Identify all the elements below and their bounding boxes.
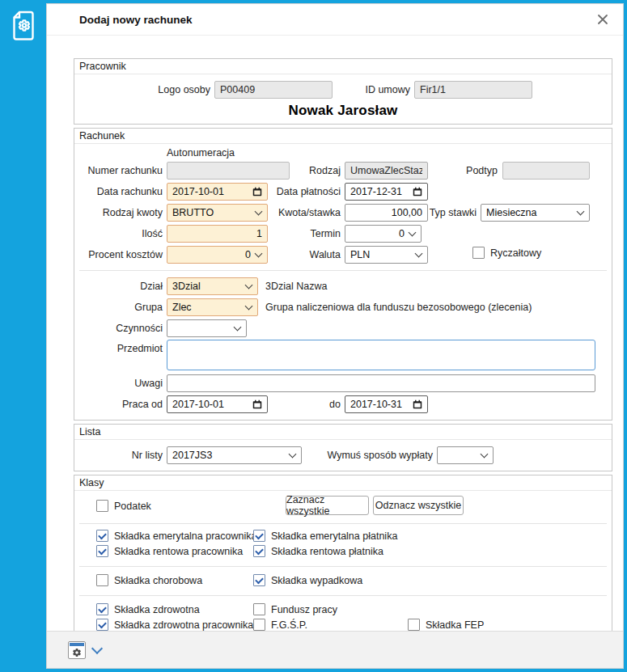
praca-do-input[interactable]: 2017-10-31	[345, 395, 428, 413]
wymus-sposob-wyplaty-label: Wymuś sposób wypłaty	[301, 446, 433, 464]
dialog-window: Dodaj nowy rachunek Pracownik Logo osoby…	[0, 0, 627, 672]
chevron-down-icon	[245, 302, 253, 311]
employee-name: Nowak Jarosław	[74, 103, 612, 119]
calendar-icon	[252, 187, 262, 197]
rachunek-groupbox: Rachunek Autonumeracja Numer rachunku Ro…	[74, 128, 612, 421]
typ-stawki-select[interactable]: Miesieczna	[481, 204, 590, 222]
dialog-title: Dodaj nowy rachunek	[79, 14, 193, 26]
procent-kosztow-select[interactable]: 0	[167, 246, 268, 264]
wymus-sposob-wyplaty-select[interactable]	[437, 446, 494, 464]
podtyp-label: Podtyp	[422, 162, 498, 180]
settings-window-button[interactable]	[68, 641, 86, 659]
data-rachunku-label: Data rachunku	[74, 183, 163, 201]
checkbox-box	[253, 530, 265, 542]
checkbox-skladka-chorobowa[interactable]: Składka chorobowa	[96, 574, 202, 586]
chevron-down-icon	[255, 250, 263, 258]
calendar-icon	[413, 187, 422, 197]
checkbox-podatek[interactable]: Podatek	[96, 500, 151, 512]
chevron-down-icon	[409, 229, 417, 237]
kwota-stawka-label: Kwota/stawka	[269, 204, 341, 222]
rodzaj-label: Rodzaj	[269, 162, 341, 180]
rodzaj-field: UmowaZlecStaz	[345, 162, 428, 180]
checkbox-skladka-zdrowotna-pracownika[interactable]: Składka zdrowotna pracownika	[96, 619, 253, 631]
checkbox-skladka-rentowa-platnika[interactable]: Składka rentowa płatnika	[253, 545, 383, 557]
divider	[79, 523, 607, 524]
termin-label: Termin	[269, 225, 341, 243]
checkbox-box	[96, 530, 108, 542]
grupa-description: Grupa naliczeniowa dla funduszu bezosobo…	[265, 298, 532, 316]
chevron-down-icon	[255, 208, 263, 216]
divider	[79, 566, 607, 567]
checkbox-fgsp[interactable]: F.G.Ś.P.	[253, 619, 307, 631]
checkbox-box	[96, 574, 108, 586]
dialog-body: Dodaj nowy rachunek Pracownik Logo osoby…	[46, 3, 624, 669]
przedmiot-textarea[interactable]	[167, 340, 595, 370]
dialog-titlebar: Dodaj nowy rachunek	[47, 4, 623, 36]
close-icon	[597, 14, 608, 25]
nr-listy-select[interactable]: 2017JS3	[167, 446, 302, 464]
chevron-down-icon	[234, 323, 242, 332]
klasy-groupbox: Klasy Podatek Zaznacz wszystkie Odznacz …	[74, 475, 612, 631]
gear-icon	[72, 648, 82, 657]
lista-groupbox: Lista Nr listy 2017JS3 Wymuś sposób wypł…	[74, 424, 612, 471]
numer-rachunku-label: Numer rachunku	[74, 162, 163, 180]
uwagi-input[interactable]	[167, 374, 595, 392]
rodzaj-kwoty-select[interactable]: BRUTTO	[167, 204, 268, 222]
praca-od-label: Praca od	[74, 395, 163, 413]
odznacz-wszystkie-button[interactable]: Odznacz wszystkie	[373, 496, 464, 515]
checkbox-fundusz-pracy[interactable]: Fundusz pracy	[253, 603, 337, 615]
rodzaj-kwoty-label: Rodzaj kwoty	[74, 204, 163, 222]
divider	[79, 595, 607, 596]
form-content: Pracownik Logo osoby P00409 ID umowy Fir…	[47, 36, 623, 631]
checkbox-box	[96, 500, 108, 512]
uwagi-label: Uwagi	[74, 374, 163, 392]
dzial-select[interactable]: 3Dzial	[167, 277, 258, 295]
checkbox-skladka-emerytalna-platnika[interactable]: Składka emerytalna płatnika	[253, 530, 397, 542]
zaznacz-wszystkie-button[interactable]: Zaznacz wszystkie	[286, 496, 369, 515]
checkbox-box	[96, 603, 108, 615]
checkbox-skladka-emerytalna-pracownika[interactable]: Składka emerytalna pracownika	[96, 530, 256, 542]
dialog-footer	[47, 631, 623, 668]
chevron-down-icon	[415, 250, 423, 258]
calendar-icon	[252, 399, 262, 409]
procent-kosztow-label: Procent kosztów	[74, 246, 163, 264]
przedmiot-label: Przedmiot	[74, 340, 163, 357]
pracownik-groupbox: Pracownik Logo osoby P00409 ID umowy Fir…	[74, 58, 612, 125]
pracownik-legend: Pracownik	[74, 59, 612, 74]
checkbox-ryczaltowy[interactable]: Ryczałtowy	[472, 247, 541, 259]
checkbox-skladka-wypadkowa[interactable]: Składka wypadkowa	[253, 574, 362, 586]
divider	[79, 270, 607, 271]
checkbox-skladka-zdrowotna[interactable]: Składka zdrowotna	[96, 603, 200, 615]
grupa-label: Grupa	[74, 298, 163, 316]
chevron-down-icon	[289, 450, 297, 459]
calendar-icon	[413, 399, 422, 409]
dzial-description: 3Dzial Nazwa	[265, 277, 327, 295]
termin-select[interactable]: 0	[345, 225, 422, 243]
ilosc-label: Ilość	[74, 225, 163, 243]
lista-legend: Lista	[74, 425, 612, 440]
close-button[interactable]	[594, 11, 612, 28]
document-gear-icon	[11, 10, 36, 42]
czynnosci-select[interactable]	[167, 319, 247, 337]
grupa-select[interactable]: Zlec	[167, 298, 258, 316]
app-sidebar	[0, 0, 46, 672]
checkbox-box	[96, 619, 108, 631]
chevron-down-icon	[245, 281, 253, 290]
checkbox-box	[408, 619, 420, 631]
chevron-down-icon[interactable]	[91, 642, 103, 653]
nr-listy-label: Nr listy	[74, 446, 163, 464]
id-umowy-field: Fir1/1	[414, 81, 532, 99]
ilosc-input[interactable]: 1	[167, 225, 268, 243]
window-bar-decoration	[70, 643, 84, 646]
data-rachunku-input[interactable]: 2017-10-01	[167, 183, 268, 201]
chevron-down-icon	[577, 208, 585, 216]
checkbox-skladka-fep[interactable]: Składka FEP	[408, 619, 484, 631]
praca-od-input[interactable]: 2017-10-01	[167, 395, 268, 413]
praca-do-label: do	[269, 395, 341, 413]
data-platnosci-input[interactable]: 2017-12-31	[345, 183, 428, 201]
checkbox-skladka-rentowa-pracownika[interactable]: Składka rentowa pracownika	[96, 545, 243, 557]
waluta-select[interactable]: PLN	[345, 246, 428, 264]
data-platnosci-label: Data płatności	[269, 183, 341, 201]
checkbox-box	[253, 619, 265, 631]
logo-osoby-field: P00409	[214, 81, 333, 99]
